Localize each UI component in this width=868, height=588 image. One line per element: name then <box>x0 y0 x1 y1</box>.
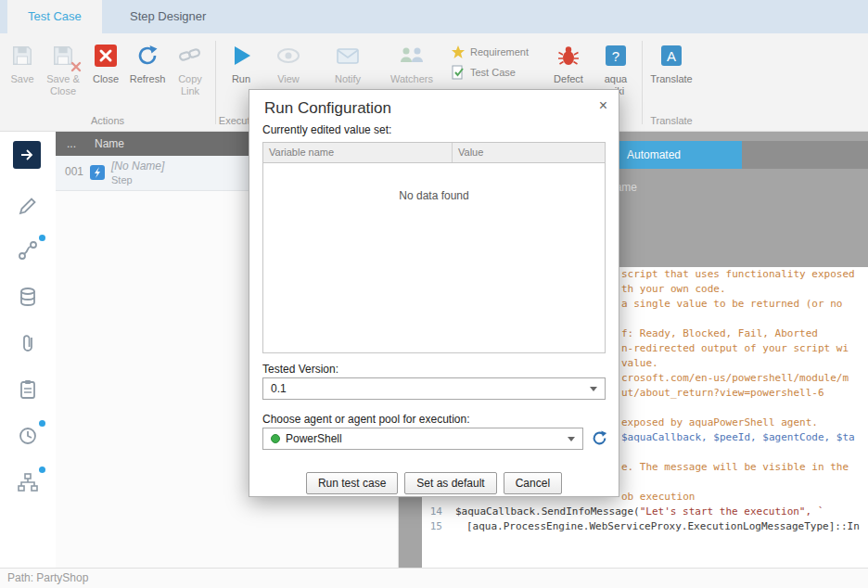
save-and-close-label-1: Save & <box>43 73 83 85</box>
column-icon-header: ... <box>67 132 76 156</box>
save-and-close-icon <box>43 39 83 72</box>
database-icon <box>17 286 39 308</box>
watchers-label: Watchers <box>384 73 440 85</box>
copy-link-label-1: Copy <box>171 73 210 85</box>
save-label: Save <box>4 73 41 85</box>
ribbon-separator <box>642 41 643 124</box>
run-icon <box>221 39 262 72</box>
ribbon-group-translate: Translate <box>647 115 696 126</box>
step-title: [No Name] <box>111 160 164 173</box>
tab-test-case[interactable]: Test Case <box>7 0 102 33</box>
test-case-icon <box>451 65 466 80</box>
run-button[interactable]: Run <box>221 39 262 85</box>
translate-icon: A <box>647 39 696 72</box>
value-set-grid-header: Variable name Value <box>263 143 605 163</box>
close-button[interactable]: Close <box>87 39 124 85</box>
agent-pool-label: Choose agent or agent pool for execution… <box>262 413 470 426</box>
watchers-button[interactable]: Watchers <box>384 39 440 85</box>
defect-button[interactable]: Defect <box>547 39 590 85</box>
dialog-button-row: Run test case Set as default Cancel <box>249 472 619 494</box>
test-case-button[interactable]: Test Case <box>451 65 516 80</box>
agent-value: PowerShell <box>286 432 342 445</box>
translate-button[interactable]: A Translate <box>647 39 696 85</box>
refresh-icon <box>126 39 169 72</box>
clipboard-icon <box>17 378 39 401</box>
view-icon <box>267 39 310 72</box>
aqua-wiki-icon: ? <box>595 39 636 72</box>
attachments-button[interactable] <box>15 330 41 356</box>
status-path: Path: PartyShop <box>7 571 88 584</box>
save-and-close-button[interactable]: Save & Close <box>43 39 83 97</box>
status-bar: Path: PartyShop <box>0 568 868 588</box>
save-and-close-label-2: Close <box>43 85 83 97</box>
requirement-button[interactable]: Requirement <box>451 45 529 59</box>
test-case-label: Test Case <box>470 67 516 78</box>
data-button[interactable] <box>15 284 41 310</box>
chevron-down-icon <box>568 437 575 441</box>
paperclip-icon <box>17 332 39 354</box>
close-label: Close <box>87 73 124 85</box>
column-variable-name: Variable name <box>263 143 453 162</box>
dialog-title: Run Configuration <box>264 99 391 118</box>
notify-button[interactable]: Notify <box>326 39 369 85</box>
requirement-label: Requirement <box>470 46 529 58</box>
run-configuration-dialog: Run Configuration × Currently edited val… <box>249 89 619 497</box>
close-icon <box>87 39 124 72</box>
copy-link-button[interactable]: Copy Link <box>171 39 210 97</box>
requirement-icon <box>451 45 466 59</box>
tested-version-select[interactable]: 0.1 <box>262 377 606 400</box>
refresh-label: Refresh <box>126 73 169 85</box>
column-value: Value <box>453 143 605 162</box>
tab-step-designer[interactable]: Step Designer <box>109 0 226 33</box>
refresh-button[interactable]: Refresh <box>126 39 169 85</box>
column-name-header: Name <box>95 132 124 156</box>
dialog-close-button[interactable]: × <box>599 97 607 114</box>
notification-dot <box>39 235 45 241</box>
hierarchy-button[interactable] <box>15 469 41 495</box>
svg-text:?: ? <box>612 48 619 64</box>
view-button[interactable]: View <box>267 39 310 85</box>
history-button[interactable] <box>15 423 41 449</box>
save-icon <box>4 39 41 72</box>
step-number: 001 <box>65 165 83 178</box>
refresh-icon <box>591 429 608 447</box>
run-test-case-button[interactable]: Run test case <box>306 472 398 494</box>
no-data-message: No data found <box>263 189 605 202</box>
set-as-default-button[interactable]: Set as default <box>404 472 496 494</box>
chevron-down-icon <box>590 387 597 391</box>
copy-link-icon <box>171 39 210 72</box>
agent-select[interactable]: PowerShell <box>262 428 583 450</box>
step-subtitle: Step <box>111 174 133 185</box>
dependencies-button[interactable] <box>15 237 41 263</box>
save-button[interactable]: Save <box>4 39 41 85</box>
agent-online-status-dot <box>271 434 280 443</box>
main-tab-bar: Test Case Step Designer <box>0 0 868 33</box>
watchers-icon <box>384 39 440 72</box>
left-sidebar <box>0 132 56 568</box>
edit-step-button[interactable] <box>15 193 41 219</box>
sitemap-icon <box>17 471 39 493</box>
history-clock-icon <box>17 425 39 447</box>
notify-icon <box>326 39 369 72</box>
aqua-wiki-label-1: aqua <box>595 73 636 85</box>
arrow-right-icon <box>19 147 35 163</box>
value-set-grid: Variable name Value No data found <box>262 142 606 353</box>
cancel-button[interactable]: Cancel <box>504 472 562 494</box>
tested-version-label: Tested Version: <box>262 363 338 376</box>
code-line: 15[aqua.ProcessEngine.WebServiceProxy.Ex… <box>422 519 868 534</box>
run-label: Run <box>221 73 262 85</box>
tested-version-value: 0.1 <box>271 382 287 395</box>
svg-text:A: A <box>667 48 676 64</box>
defect-label: Defect <box>547 73 590 85</box>
notification-dot <box>39 420 45 427</box>
pencil-icon <box>17 195 39 217</box>
checklist-button[interactable] <box>15 377 41 403</box>
translate-label: Translate <box>647 73 696 85</box>
ribbon-separator <box>215 41 216 124</box>
defect-icon <box>547 39 590 72</box>
notification-dot <box>39 467 45 473</box>
code-line: 14$aquaCallback.SendInfoMessage("Let's s… <box>422 505 868 519</box>
flow-connector-icon <box>17 239 39 262</box>
collapse-panel-button[interactable] <box>13 141 41 169</box>
refresh-agents-button[interactable] <box>591 429 608 447</box>
